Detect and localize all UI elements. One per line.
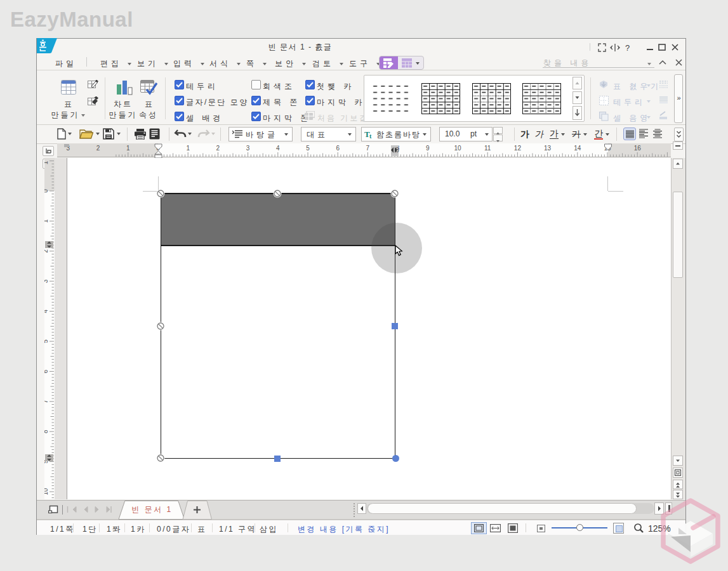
svg-text:3: 3 [246,145,250,152]
svg-text:t: t [369,133,372,139]
svg-text:10: 10 [454,145,461,152]
svg-text:9: 9 [426,145,430,152]
svg-text:6: 6 [336,145,340,152]
svg-text:4: 4 [44,309,49,313]
svg-text:1: 1 [186,145,190,152]
svg-text:13: 13 [544,145,552,152]
svg-text:6: 6 [44,369,49,373]
svg-text:1: 1 [44,161,49,164]
svg-text:?: ? [625,43,630,53]
svg-text:2: 2 [44,249,49,253]
svg-text:5: 5 [306,145,310,152]
svg-text:5: 5 [44,339,49,343]
svg-text:12: 12 [514,145,522,152]
svg-text:14: 14 [574,145,581,152]
svg-text:7: 7 [366,145,370,152]
svg-text:2: 2 [216,145,220,152]
svg-text:3: 3 [44,279,49,283]
svg-text:8: 8 [44,430,49,433]
svg-text:11: 11 [484,145,491,152]
svg-text:4: 4 [276,145,280,152]
svg-text:1: 1 [44,219,49,223]
svg-text:8: 8 [395,147,399,154]
svg-text:10: 10 [44,488,49,496]
svg-text:1: 1 [126,145,130,152]
svg-text:7: 7 [44,400,49,404]
svg-text:2: 2 [96,145,100,152]
svg-text:0: 0 [44,189,49,193]
svg-text:16: 16 [634,145,642,152]
